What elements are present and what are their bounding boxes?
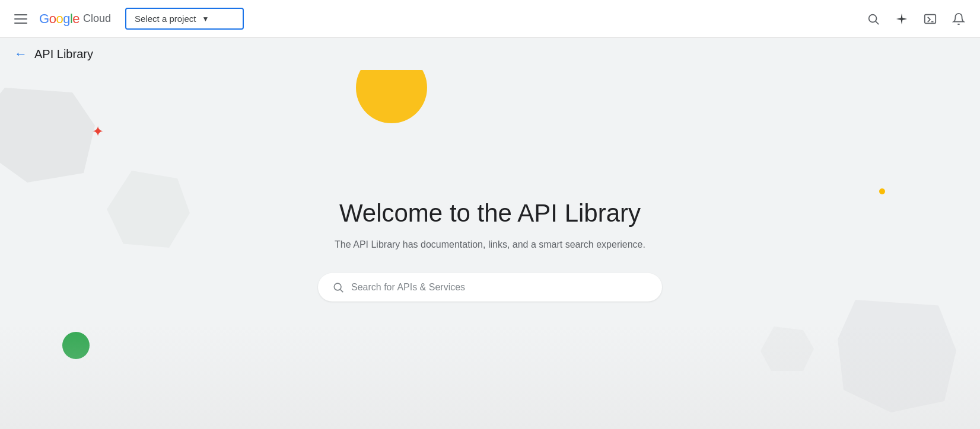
terminal-icon <box>924 12 937 25</box>
chevron-down-icon: ▼ <box>202 15 209 23</box>
google-cloud-logo[interactable]: Google Cloud <box>39 11 111 27</box>
search-bar-icon <box>332 281 344 293</box>
gemini-icon-button[interactable] <box>890 7 914 31</box>
gold-circle-decoration <box>356 70 427 123</box>
back-button[interactable]: ← <box>14 46 27 62</box>
app-header: Google Cloud Select a project ▼ <box>0 0 980 38</box>
welcome-subtitle: The API Library has documentation, links… <box>282 238 698 252</box>
header-icons <box>861 7 971 31</box>
red-star-decoration: ✦ <box>92 123 104 140</box>
notifications-button[interactable] <box>947 7 971 31</box>
main-content: ✦ Welcome to the API Library The API Lib… <box>0 70 980 429</box>
welcome-heading: Welcome to the API Library <box>282 199 698 228</box>
hero-content: Welcome to the API Library The API Libra… <box>282 199 698 302</box>
search-placeholder: Search for APIs & Services <box>351 282 465 293</box>
yellow-dot-decoration <box>879 188 885 194</box>
cloud-wordmark: Cloud <box>83 12 111 25</box>
page-title: API Library <box>34 47 93 61</box>
svg-point-0 <box>869 14 877 22</box>
rock-decoration-2 <box>107 171 190 248</box>
search-icon-button[interactable] <box>861 7 885 31</box>
hamburger-menu[interactable] <box>9 9 32 28</box>
cloud-shell-button[interactable] <box>918 7 942 31</box>
svg-point-4 <box>334 284 341 291</box>
sub-header: ← API Library <box>0 38 980 70</box>
project-selector-button[interactable]: Select a project ▼ <box>125 8 244 30</box>
gemini-star-icon <box>895 12 908 25</box>
rock-decoration-1 <box>0 88 95 183</box>
sand-decoration <box>0 324 980 429</box>
project-selector-label: Select a project <box>135 14 196 24</box>
svg-line-1 <box>876 21 879 24</box>
svg-line-5 <box>341 290 343 293</box>
api-search-bar[interactable]: Search for APIs & Services <box>318 273 662 302</box>
google-wordmark: Google <box>39 11 79 27</box>
bell-icon <box>952 12 965 25</box>
search-icon <box>867 12 880 25</box>
